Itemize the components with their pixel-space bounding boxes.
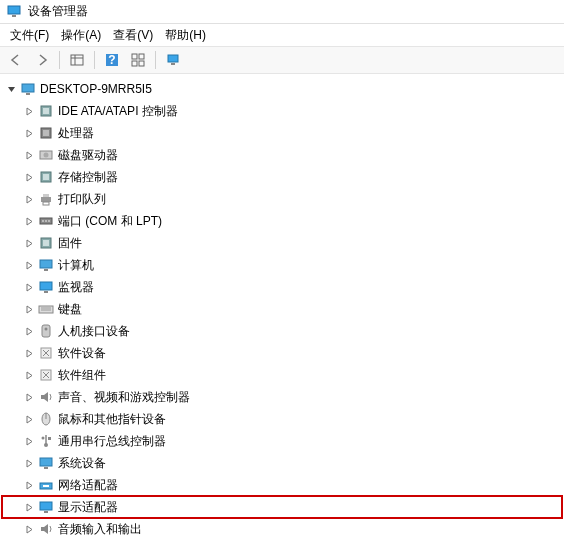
computer-icon bbox=[20, 81, 36, 97]
expand-icon[interactable] bbox=[22, 214, 36, 228]
svg-rect-49 bbox=[40, 458, 52, 466]
category-label: 系统设备 bbox=[58, 455, 106, 472]
expand-icon[interactable] bbox=[22, 478, 36, 492]
expand-icon[interactable] bbox=[22, 500, 36, 514]
expand-icon[interactable] bbox=[22, 522, 36, 536]
category-usb[interactable]: 通用串行总线控制器 bbox=[2, 430, 562, 452]
category-label: 声音、视频和游戏控制器 bbox=[58, 389, 190, 406]
root-label: DESKTOP-9MRR5I5 bbox=[40, 82, 152, 96]
category-ports[interactable]: 端口 (COM 和 LPT) bbox=[2, 210, 562, 232]
category-mouse[interactable]: 鼠标和其他指针设备 bbox=[2, 408, 562, 430]
svg-rect-48 bbox=[48, 437, 51, 440]
expand-icon[interactable] bbox=[22, 390, 36, 404]
cpu-icon bbox=[38, 125, 54, 141]
category-label: 固件 bbox=[58, 235, 82, 252]
expand-icon[interactable] bbox=[22, 170, 36, 184]
svg-rect-14 bbox=[26, 93, 30, 95]
svg-rect-54 bbox=[44, 511, 48, 513]
category-monitor[interactable]: 监视器 bbox=[2, 276, 562, 298]
svg-rect-8 bbox=[139, 54, 144, 59]
menu-file[interactable]: 文件(F) bbox=[4, 25, 55, 46]
expand-icon[interactable] bbox=[22, 192, 36, 206]
category-swdev[interactable]: 软件设备 bbox=[2, 342, 562, 364]
svg-rect-1 bbox=[12, 15, 16, 17]
category-disk[interactable]: 磁盘驱动器 bbox=[2, 144, 562, 166]
category-display[interactable]: 显示适配器 bbox=[2, 496, 562, 518]
collapse-icon[interactable] bbox=[4, 82, 18, 96]
category-system[interactable]: 系统设备 bbox=[2, 452, 562, 474]
svg-rect-34 bbox=[40, 282, 52, 290]
soft-icon bbox=[38, 345, 54, 361]
expand-icon[interactable] bbox=[22, 302, 36, 316]
expand-icon[interactable] bbox=[22, 148, 36, 162]
hid-icon bbox=[38, 323, 54, 339]
category-label: 通用串行总线控制器 bbox=[58, 433, 166, 450]
svg-point-40 bbox=[45, 328, 48, 331]
svg-rect-7 bbox=[132, 54, 137, 59]
category-hid[interactable]: 人机接口设备 bbox=[2, 320, 562, 342]
svg-rect-11 bbox=[168, 55, 178, 62]
svg-rect-52 bbox=[43, 485, 49, 487]
category-label: 鼠标和其他指针设备 bbox=[58, 411, 166, 428]
scan-button[interactable] bbox=[161, 49, 185, 71]
separator bbox=[94, 51, 95, 69]
titlebar: 设备管理器 bbox=[0, 0, 564, 24]
category-label: 人机接口设备 bbox=[58, 323, 130, 340]
category-firmware[interactable]: 固件 bbox=[2, 232, 562, 254]
mouse-icon bbox=[38, 411, 54, 427]
expand-icon[interactable] bbox=[22, 236, 36, 250]
svg-rect-22 bbox=[43, 174, 49, 180]
svg-rect-25 bbox=[43, 202, 49, 205]
separator bbox=[59, 51, 60, 69]
menu-help[interactable]: 帮助(H) bbox=[159, 25, 212, 46]
category-label: 网络适配器 bbox=[58, 477, 118, 494]
category-keyboard[interactable]: 键盘 bbox=[2, 298, 562, 320]
svg-rect-13 bbox=[22, 84, 34, 92]
svg-point-27 bbox=[42, 220, 44, 222]
category-audio[interactable]: 音频输入和输出 bbox=[2, 518, 562, 540]
category-cpu[interactable]: 处理器 bbox=[2, 122, 562, 144]
disk-icon bbox=[38, 147, 54, 163]
expand-icon[interactable] bbox=[22, 412, 36, 426]
category-sound[interactable]: 声音、视频和游戏控制器 bbox=[2, 386, 562, 408]
detail-button[interactable] bbox=[65, 49, 89, 71]
category-ide[interactable]: IDE ATA/ATAPI 控制器 bbox=[2, 100, 562, 122]
expand-icon[interactable] bbox=[22, 280, 36, 294]
svg-rect-33 bbox=[44, 269, 48, 271]
expand-icon[interactable] bbox=[22, 258, 36, 272]
svg-point-47 bbox=[42, 437, 45, 440]
category-printq[interactable]: 打印队列 bbox=[2, 188, 562, 210]
expand-icon[interactable] bbox=[22, 434, 36, 448]
soft-icon bbox=[38, 367, 54, 383]
expand-icon[interactable] bbox=[22, 324, 36, 338]
svg-rect-35 bbox=[44, 291, 48, 293]
port-icon bbox=[38, 213, 54, 229]
separator bbox=[155, 51, 156, 69]
forward-button[interactable] bbox=[30, 49, 54, 71]
usb-icon bbox=[38, 433, 54, 449]
speaker-icon bbox=[38, 521, 54, 537]
expand-icon[interactable] bbox=[22, 456, 36, 470]
expand-icon[interactable] bbox=[22, 368, 36, 382]
menu-view[interactable]: 查看(V) bbox=[107, 25, 159, 46]
expand-icon[interactable] bbox=[22, 104, 36, 118]
menubar: 文件(F) 操作(A) 查看(V) 帮助(H) bbox=[0, 24, 564, 46]
category-storage[interactable]: 存储控制器 bbox=[2, 166, 562, 188]
menu-action[interactable]: 操作(A) bbox=[55, 25, 107, 46]
expand-icon[interactable] bbox=[22, 346, 36, 360]
app-icon bbox=[6, 4, 22, 20]
expand-icon[interactable] bbox=[22, 126, 36, 140]
category-swcomp[interactable]: 软件组件 bbox=[2, 364, 562, 386]
category-network[interactable]: 网络适配器 bbox=[2, 474, 562, 496]
category-label: 处理器 bbox=[58, 125, 94, 142]
back-button[interactable] bbox=[4, 49, 28, 71]
grid-button[interactable] bbox=[126, 49, 150, 71]
category-computer[interactable]: 计算机 bbox=[2, 254, 562, 276]
help-button[interactable]: ? bbox=[100, 49, 124, 71]
svg-rect-12 bbox=[171, 63, 175, 65]
category-label: IDE ATA/ATAPI 控制器 bbox=[58, 103, 178, 120]
category-label: 磁盘驱动器 bbox=[58, 147, 118, 164]
svg-rect-10 bbox=[139, 61, 144, 66]
root-node[interactable]: DESKTOP-9MRR5I5 bbox=[2, 78, 562, 100]
svg-rect-32 bbox=[40, 260, 52, 268]
